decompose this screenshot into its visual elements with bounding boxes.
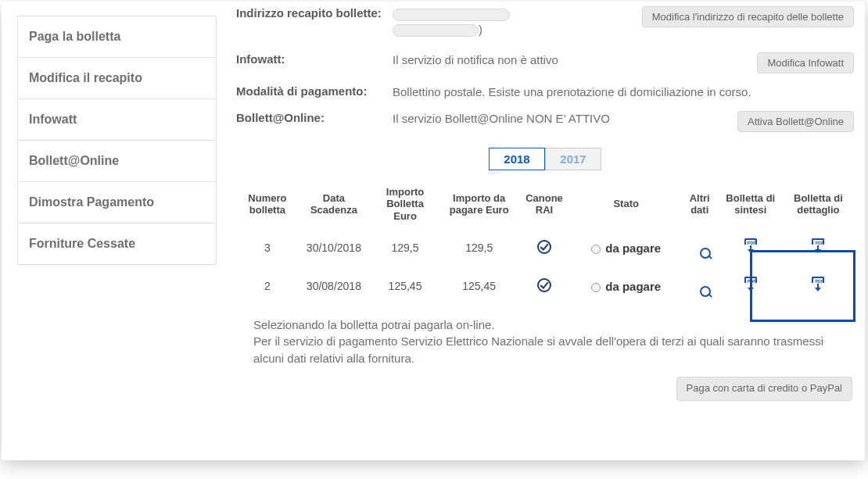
cell-numero: 3 bbox=[236, 229, 299, 267]
col-sintesi: Bolletta di sintesi bbox=[719, 180, 783, 229]
bollettonline-label: Bollett@Online: bbox=[236, 111, 393, 126]
bills-table: Numero bolletta Data Scadenza Importo Bo… bbox=[236, 180, 854, 306]
modify-address-button[interactable]: Modifica l'indirizzo di recapito delle b… bbox=[642, 6, 854, 27]
col-stato: Stato bbox=[572, 180, 681, 229]
select-bill-radio[interactable] bbox=[591, 283, 601, 292]
download-dettaglio-icon[interactable]: PDF bbox=[810, 277, 826, 294]
sidebar-item-infowatt[interactable]: Infowatt bbox=[18, 99, 216, 141]
col-importo: Importo Bolletta Euro bbox=[369, 180, 441, 229]
col-numero: Numero bolletta bbox=[236, 180, 299, 229]
infowatt-value: Il servizio di notifica non è attivo bbox=[393, 52, 757, 68]
modalita-value: Bollettino postale. Esiste una prenotazi… bbox=[393, 84, 854, 100]
col-data: Data Scadenza bbox=[299, 180, 369, 229]
redacted-address-line1 bbox=[393, 9, 510, 21]
download-sintesi-icon[interactable]: PDF bbox=[743, 277, 759, 294]
indirizzo-value: ) bbox=[393, 6, 642, 38]
check-icon bbox=[537, 240, 551, 254]
sidebar-nav: Paga la bolletta Modifica il recapito In… bbox=[17, 16, 217, 265]
col-dettaglio: Bolletta di dettaglio bbox=[783, 180, 854, 229]
sidebar-item-forniture-cessate[interactable]: Forniture Cessate bbox=[18, 223, 216, 264]
cell-da-pagare: 125,45 bbox=[441, 267, 517, 306]
sidebar-item-dimostra-pagamento[interactable]: Dimostra Pagamento bbox=[18, 182, 216, 223]
pay-button[interactable]: Paga con carta di credito o PayPal bbox=[676, 377, 852, 401]
sidebar-item-modifica-recapito[interactable]: Modifica il recapito bbox=[18, 58, 216, 99]
main-content: Indirizzo recapito bollette: ) Modifica … bbox=[236, 2, 854, 401]
cell-importo: 129,5 bbox=[369, 229, 441, 267]
cell-stato: da pagare bbox=[605, 280, 661, 293]
col-canone: Canone RAI bbox=[517, 180, 571, 229]
download-dettaglio-icon[interactable]: PDF bbox=[810, 238, 826, 256]
cell-numero: 2 bbox=[236, 267, 299, 306]
indirizzo-suffix: ) bbox=[479, 23, 482, 36]
col-importo-pagare: Importo da pagare Euro bbox=[441, 180, 517, 229]
col-altri: Altri dati bbox=[681, 180, 719, 229]
modify-infowatt-button[interactable]: Modifica Infowatt bbox=[757, 52, 854, 73]
year-tab-2017[interactable]: 2017 bbox=[545, 148, 601, 170]
redacted-address-line2 bbox=[393, 24, 479, 37]
table-row: 3 30/10/2018 129,5 129,5 da pagare PDF P… bbox=[236, 229, 854, 267]
footer-line1: Selezionando la bolletta potrai pagarla … bbox=[253, 316, 854, 334]
cell-importo: 125,45 bbox=[369, 267, 441, 306]
year-tab-2018[interactable]: 2018 bbox=[489, 148, 545, 170]
indirizzo-label: Indirizzo recapito bollette: bbox=[236, 6, 393, 21]
select-bill-radio[interactable] bbox=[591, 245, 601, 254]
activate-bollettonline-button[interactable]: Attiva Bollett@Online bbox=[737, 111, 854, 132]
sidebar-item-paga-bolletta[interactable]: Paga la bolletta bbox=[18, 16, 216, 58]
bollettonline-value: Il servizio Bollett@Online NON E' ATTIVO bbox=[393, 111, 737, 127]
modalita-label: Modalità di pagamento: bbox=[236, 84, 393, 99]
download-sintesi-icon[interactable]: PDF bbox=[743, 238, 759, 256]
cell-data: 30/10/2018 bbox=[299, 229, 369, 267]
sidebar-item-bollett-online[interactable]: Bollett@Online bbox=[18, 141, 216, 182]
check-icon bbox=[537, 278, 551, 292]
infowatt-label: Infowatt: bbox=[236, 52, 393, 67]
cell-data: 30/08/2018 bbox=[299, 267, 369, 306]
cell-stato: da pagare bbox=[605, 241, 661, 255]
footer-line2: Per il servizio di pagamento Servizio El… bbox=[253, 333, 854, 367]
table-row: 2 30/08/2018 125,45 125,45 da pagare PDF… bbox=[236, 267, 854, 306]
cell-da-pagare: 129,5 bbox=[441, 229, 517, 267]
